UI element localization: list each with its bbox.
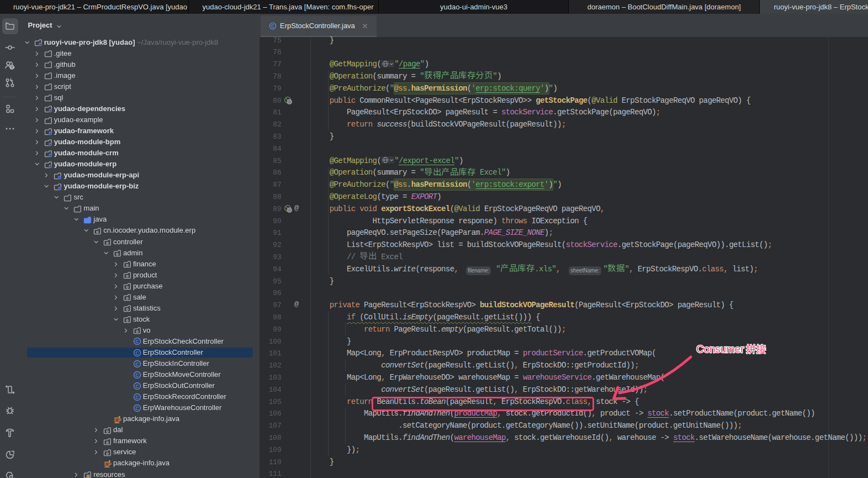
svg-text:C: C	[135, 339, 139, 344]
svg-text:C: C	[135, 405, 139, 411]
svg-text:C: C	[135, 361, 139, 366]
svg-text:?: ?	[10, 65, 13, 70]
svg-text:C: C	[135, 383, 139, 388]
svg-text:C: C	[135, 372, 139, 377]
svg-text:C: C	[135, 350, 139, 355]
svg-text:C: C	[135, 394, 139, 400]
svg-text:C: C	[271, 24, 274, 29]
